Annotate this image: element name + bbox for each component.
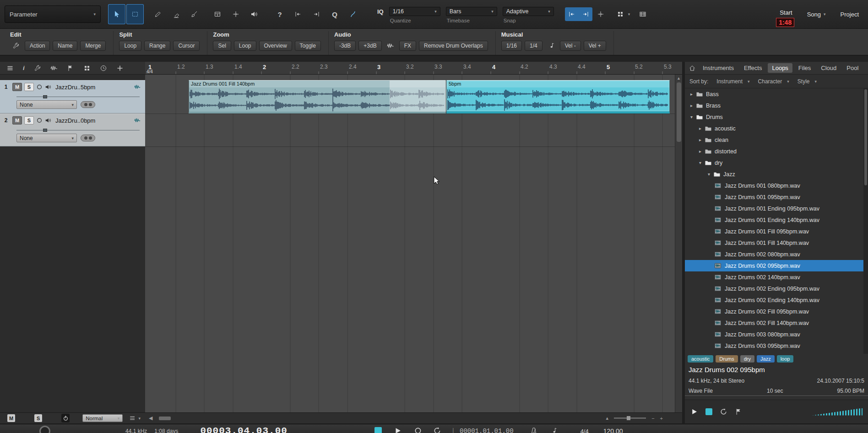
loop-file-item[interactable]: Jazz Drums 002 Ending 140bpm.wav: [685, 294, 868, 306]
note-icon[interactable]: [545, 41, 557, 51]
precount-note-icon[interactable]: [550, 427, 558, 433]
tab-pool[interactable]: Pool: [842, 63, 863, 73]
snap-relative-button[interactable]: [594, 7, 608, 21]
scrollbar-thumb[interactable]: [864, 89, 867, 185]
video-track-button[interactable]: [639, 11, 646, 18]
minus3db-button[interactable]: -3dB: [334, 41, 356, 51]
stop-button[interactable]: [374, 427, 382, 433]
loop-file-item[interactable]: Jazz Drums 003 080bpm.wav: [685, 329, 868, 340]
tempo-display[interactable]: 120.00: [603, 426, 623, 433]
plus3db-button[interactable]: +3dB: [358, 41, 381, 51]
loop-file-item[interactable]: Jazz Drums 001 095bpm.wav: [685, 191, 868, 203]
time-display[interactable]: 00003.04.03.00: [200, 426, 287, 433]
track-tools-icon[interactable]: [34, 65, 41, 72]
loop-button[interactable]: [433, 427, 441, 433]
action-button[interactable]: Action: [25, 41, 50, 51]
preview-volume-slider[interactable]: [812, 408, 863, 416]
snap-end-button[interactable]: [579, 7, 592, 21]
record-arm-button[interactable]: [36, 84, 43, 90]
project-page-button[interactable]: Project: [841, 11, 859, 18]
stereo-toggle[interactable]: [81, 135, 95, 141]
song-page-button[interactable]: Song ▾: [807, 11, 826, 18]
loop-file-item-selected[interactable]: Jazz Drums 002 095bpm.wav: [685, 260, 868, 271]
list-icon[interactable]: [129, 415, 136, 422]
tree-item-distorted[interactable]: ▸distorted: [685, 146, 868, 157]
snap-start-button[interactable]: [565, 7, 579, 21]
loop-file-item[interactable]: Jazz Drums 001 080bpm.wav: [685, 180, 868, 191]
paint-tool-button[interactable]: [186, 4, 203, 24]
range-tool-button[interactable]: [126, 4, 144, 24]
tab-files[interactable]: Files: [794, 63, 815, 73]
loop-file-item[interactable]: Jazz Drums 003 095bpm.wav: [685, 340, 868, 352]
loop-file-item[interactable]: Jazz Drums 001 Fill 140bpm.wav: [685, 237, 868, 249]
scrollbar-thumb[interactable]: [159, 417, 171, 420]
name-button[interactable]: Name: [53, 41, 77, 51]
add-track-icon[interactable]: [116, 65, 124, 72]
scrollbar-thumb[interactable]: [677, 82, 681, 142]
fx-button[interactable]: FX: [399, 41, 416, 51]
volume-knob[interactable]: [43, 95, 47, 98]
mute-button[interactable]: M: [12, 83, 22, 91]
tree-item-dry[interactable]: ▾dry: [685, 157, 868, 168]
musical-116-button[interactable]: 1/16: [501, 41, 522, 51]
play-button[interactable]: [394, 427, 402, 433]
preview-autoplay-button[interactable]: [735, 408, 743, 416]
preview-play-button[interactable]: [690, 408, 698, 416]
meter-display[interactable]: 4/4: [580, 426, 589, 433]
merge-button[interactable]: Merge: [80, 41, 106, 51]
parameter-dropdown[interactable]: Parameter ▾: [5, 5, 101, 23]
wrench-icon[interactable]: [10, 41, 22, 51]
loop-file-item[interactable]: Jazz Drums 002 140bpm.wav: [685, 271, 868, 283]
loop-file-item[interactable]: Jazz Drums 001 Ending 095bpm.wav: [685, 203, 868, 214]
zoom-slider[interactable]: [614, 417, 646, 419]
bend-tool-button[interactable]: [344, 4, 362, 24]
grid-view-button[interactable]: ▾: [617, 11, 630, 18]
help-tool-button[interactable]: ?: [271, 4, 288, 24]
transport-knob-icon[interactable]: [39, 426, 50, 433]
horizontal-scrollbar[interactable]: ◀ ▴ − +: [145, 412, 682, 423]
musical-14-button[interactable]: 1/4: [525, 41, 542, 51]
tree-item-clean[interactable]: ▸clean: [685, 134, 868, 146]
tag-chip-jazz[interactable]: Jazz: [757, 355, 775, 363]
record-arm-button[interactable]: [36, 117, 43, 124]
start-page-button[interactable]: Start 1:48: [780, 9, 792, 20]
scroll-up-icon[interactable]: ▲: [675, 75, 682, 81]
chevron-down-icon[interactable]: ▾: [689, 114, 694, 119]
arrow-tool-button[interactable]: [108, 4, 125, 24]
tree-item-acoustic[interactable]: ▸acoustic: [685, 123, 868, 134]
vel-minus-button[interactable]: Vel -: [560, 41, 581, 51]
stereo-toggle[interactable]: [81, 101, 95, 108]
sort-style-select[interactable]: Style▾: [797, 78, 817, 85]
power-button[interactable]: [61, 414, 70, 422]
preview-stop-button[interactable]: [705, 408, 712, 415]
chevron-right-icon[interactable]: ▸: [697, 126, 703, 131]
record-button[interactable]: [414, 427, 422, 433]
loop-file-item[interactable]: Jazz Drums 002 Ending 095bpm.wav: [685, 283, 868, 294]
automation-select[interactable]: None ▾: [16, 100, 77, 109]
zoom-slider-thumb[interactable]: [627, 416, 630, 420]
split-range-button[interactable]: Range: [144, 41, 170, 51]
volume-knob[interactable]: [43, 129, 47, 132]
chevron-right-icon[interactable]: ▸: [697, 137, 703, 142]
arrangement-events[interactable]: Jazz Drums 001 Fill 140bpm 5bpm ▲: [145, 75, 682, 412]
preview-loop-button[interactable]: [720, 408, 727, 416]
loop-file-item[interactable]: Jazz Drums 002 Fill 095bpm.wav: [685, 306, 868, 317]
chevron-down-icon[interactable]: ▾: [138, 416, 141, 421]
eraser-tool-button[interactable]: [168, 4, 185, 24]
mute-all-button[interactable]: M: [7, 414, 15, 422]
split-cursor-button[interactable]: Cursor: [173, 41, 200, 51]
zoom-loop-button[interactable]: Loop: [234, 41, 256, 51]
loop-start-display[interactable]: 00001.01.01.00: [460, 426, 514, 433]
chevron-down-icon[interactable]: ▾: [697, 160, 703, 165]
tab-cloud[interactable]: Cloud: [817, 63, 841, 73]
nudge-left-button[interactable]: [289, 4, 307, 24]
browser-scrollbar[interactable]: [863, 88, 868, 354]
split-loop-button[interactable]: Loop: [119, 41, 141, 51]
quantize-tool-button[interactable]: Q: [326, 4, 343, 24]
loop-file-item[interactable]: Jazz Drums 002 Fill 140bpm.wav: [685, 317, 868, 329]
tab-effects[interactable]: Effects: [740, 63, 766, 73]
home-icon[interactable]: [689, 65, 696, 72]
zoom-sel-button[interactable]: Sel: [213, 41, 231, 51]
grid-icon[interactable]: [83, 65, 91, 72]
monitor-button[interactable]: [45, 84, 51, 90]
